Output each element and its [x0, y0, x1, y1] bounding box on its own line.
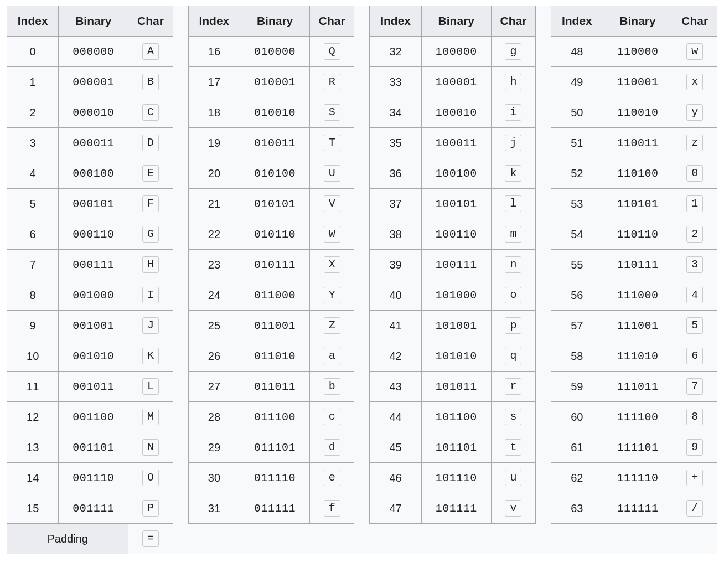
column-spacer — [173, 219, 188, 250]
index-cell: 51 — [551, 128, 603, 158]
index-cell: 23 — [188, 250, 240, 280]
binary-cell: 010100 — [240, 158, 310, 189]
binary-cell: 100000 — [421, 37, 491, 67]
padding-label-cell: Padding — [7, 524, 128, 554]
char-cell: 7 — [673, 372, 717, 402]
binary-cell: 111101 — [603, 432, 673, 463]
binary-cell: 011001 — [240, 311, 310, 341]
char-cell: f — [310, 493, 354, 524]
char-value: 2 — [686, 226, 703, 243]
char-cell: m — [491, 219, 535, 250]
char-value: 0 — [686, 165, 703, 182]
binary-cell: 110100 — [603, 158, 673, 189]
char-value: r — [505, 378, 521, 395]
char-value: + — [686, 470, 703, 486]
binary-cell: 001010 — [59, 341, 128, 372]
index-cell: 20 — [188, 158, 240, 189]
index-cell: 37 — [370, 189, 421, 219]
index-cell: 31 — [188, 493, 240, 524]
binary-cell: 110110 — [603, 219, 673, 250]
char-cell: O — [128, 463, 173, 493]
column-spacer — [536, 189, 551, 219]
binary-cell: 110101 — [603, 189, 673, 219]
char-cell: p — [491, 311, 535, 341]
binary-cell: 111011 — [603, 372, 673, 402]
index-cell: 16 — [188, 37, 240, 67]
table-row: 11001011L27011011b43101011r591110117 — [7, 372, 717, 402]
index-cell: 27 — [188, 372, 240, 402]
column-spacer — [173, 432, 188, 463]
index-cell: 57 — [551, 311, 603, 341]
column-spacer — [173, 158, 188, 189]
binary-cell: 001110 — [59, 463, 128, 493]
char-value: p — [505, 317, 521, 334]
index-cell: 15 — [7, 493, 59, 524]
table-row: 4000100E20010100U36100100k521101000 — [7, 158, 717, 189]
char-value: m — [505, 226, 521, 243]
col-header-binary: Binary — [603, 6, 673, 37]
binary-cell: 101010 — [421, 341, 491, 372]
char-cell: i — [491, 97, 535, 128]
table-row: 1000001B17010001R33100001h49110001x — [7, 67, 717, 97]
char-value: U — [324, 165, 340, 182]
char-value: G — [142, 226, 159, 243]
char-value: k — [505, 165, 521, 182]
binary-cell: 100011 — [421, 128, 491, 158]
index-cell: 39 — [370, 250, 421, 280]
padding-row: Padding = — [7, 524, 717, 554]
column-spacer — [354, 280, 370, 311]
binary-cell: 110010 — [603, 97, 673, 128]
char-value: C — [142, 104, 159, 121]
char-cell: D — [128, 128, 173, 158]
index-cell: 44 — [370, 402, 421, 432]
char-value: z — [686, 135, 703, 151]
binary-cell: 101011 — [421, 372, 491, 402]
char-value: b — [324, 378, 340, 395]
binary-cell: 110011 — [603, 128, 673, 158]
binary-cell: 011011 — [240, 372, 310, 402]
column-spacer — [354, 311, 370, 341]
char-cell: X — [310, 250, 354, 280]
padding-char: = — [142, 530, 159, 547]
index-cell: 17 — [188, 67, 240, 97]
index-cell: 42 — [370, 341, 421, 372]
index-cell: 2 — [7, 97, 59, 128]
binary-cell: 001001 — [59, 311, 128, 341]
table-row: 0000000A16010000Q32100000g48110000w — [7, 37, 717, 67]
index-cell: 55 — [551, 250, 603, 280]
column-spacer — [354, 128, 370, 158]
table-row: 6000110G22010110W38100110m541101102 — [7, 219, 717, 250]
char-cell: 3 — [673, 250, 717, 280]
char-value: K — [142, 348, 159, 364]
binary-cell: 111001 — [603, 311, 673, 341]
index-cell: 25 — [188, 311, 240, 341]
column-spacer — [536, 311, 551, 341]
index-cell: 18 — [188, 97, 240, 128]
char-value: F — [142, 195, 159, 212]
char-cell: P — [128, 493, 173, 524]
char-cell: o — [491, 280, 535, 311]
char-value: A — [142, 43, 159, 60]
column-spacer — [173, 402, 188, 432]
char-value: N — [142, 439, 159, 456]
binary-cell: 001111 — [59, 493, 128, 524]
table-row: 10001010K26011010a42101010q581110106 — [7, 341, 717, 372]
index-cell: 26 — [188, 341, 240, 372]
column-spacer — [536, 97, 551, 128]
column-spacer — [536, 67, 551, 97]
char-value: c — [324, 409, 340, 425]
char-cell: B — [128, 67, 173, 97]
index-cell: 19 — [188, 128, 240, 158]
column-spacer — [536, 402, 551, 432]
char-cell: r — [491, 372, 535, 402]
index-cell: 60 — [551, 402, 603, 432]
char-value: J — [142, 317, 159, 334]
column-spacer — [354, 493, 370, 524]
binary-cell: 010101 — [240, 189, 310, 219]
table-row: 14001110O30011110e46101110u62111110+ — [7, 463, 717, 493]
char-cell: 5 — [673, 311, 717, 341]
index-cell: 48 — [551, 37, 603, 67]
binary-cell: 011010 — [240, 341, 310, 372]
char-cell: G — [128, 219, 173, 250]
binary-cell: 101100 — [421, 402, 491, 432]
